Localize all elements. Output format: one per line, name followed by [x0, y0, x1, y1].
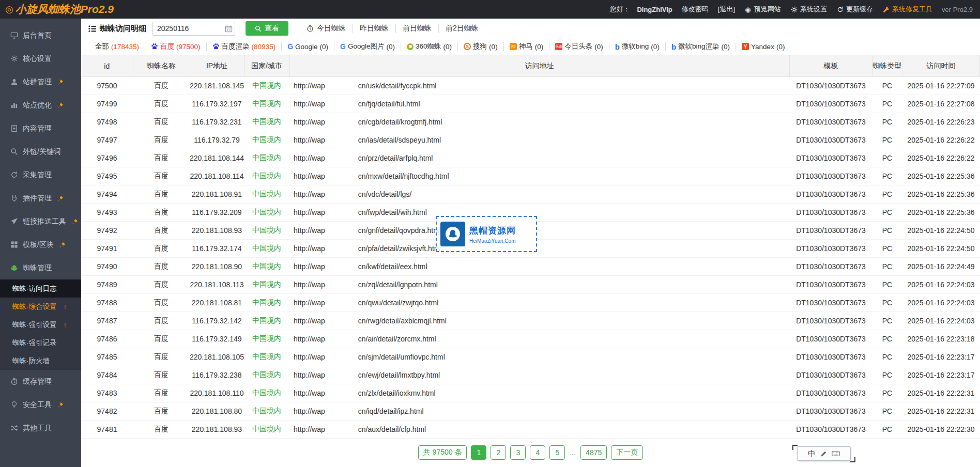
filter-item[interactable]: G Google图片 (0) [334, 42, 401, 51]
list-icon [88, 25, 96, 33]
sidebar-item[interactable]: 安全工具 [0, 393, 81, 416]
cell-id: 97482 [81, 402, 133, 421]
cell-ip: 116.179.32.79 [190, 131, 244, 149]
sidebar-item[interactable]: 后台首页 [0, 24, 81, 47]
change-password-link[interactable]: 修改密码 [682, 5, 709, 14]
sidebar-item-label: 蜘蛛·强引记录 [12, 338, 57, 348]
shuffle-icon [10, 424, 18, 432]
sidebar-item[interactable]: 链接推送工具 [0, 210, 81, 233]
filter-item[interactable]: b 微软bing (0) [609, 42, 665, 51]
date-input[interactable] [152, 22, 235, 36]
page-button[interactable]: 3 [510, 445, 526, 460]
sidebar-item[interactable]: 核心设置 [0, 47, 81, 70]
sidebar-item[interactable]: 站群管理 [0, 70, 81, 94]
view-button[interactable]: 查看 [246, 21, 288, 36]
quick-link[interactable]: 前2日蜘蛛 [438, 24, 485, 33]
cell-spider-type: PC [872, 421, 902, 439]
sidebar-item[interactable]: 缓存管理 [0, 370, 81, 393]
repair-tool-link[interactable]: 系统修复工具 [882, 5, 932, 14]
sidebar-item[interactable]: 其他工具 [0, 416, 81, 440]
censored-domain [325, 245, 358, 253]
cell-spider-type: PC [872, 402, 902, 421]
cell-visit-time: 2025-01-16 22:22:31 [902, 402, 980, 421]
filter-item[interactable]: 360蜘蛛 (0) [401, 42, 457, 51]
cell-ip: 220.181.108.110 [190, 384, 244, 402]
pen-icon[interactable] [820, 450, 827, 457]
cell-ip: 220.181.108.144 [190, 149, 244, 167]
cell-country: 中国境内 [244, 258, 289, 276]
sidebar-item[interactable]: 蜘蛛·综合设置 ↑ [0, 298, 81, 316]
sidebar-item[interactable]: 模板/区块 [0, 233, 81, 256]
cell-spider-type: PC [872, 348, 902, 366]
calendar-icon[interactable] [225, 25, 233, 33]
sidebar-item[interactable]: 蜘蛛·强引记录 [0, 334, 81, 352]
refresh-cache-link[interactable]: 更新缓存 [836, 5, 873, 14]
pin-icon [57, 102, 64, 108]
sidebar-item[interactable]: 蜘蛛·访问日志 [0, 279, 81, 298]
system-settings-link[interactable]: 系统设置 [790, 5, 827, 14]
filter-item[interactable]: G Google (0) [281, 42, 334, 51]
page-button[interactable]: 1 [471, 445, 486, 460]
quick-link[interactable]: 昨日蜘蛛 [353, 24, 395, 33]
toutiao-icon: 头条 [555, 43, 562, 50]
page-button[interactable]: 下一页 [611, 445, 643, 460]
sidebar-item-label: 外链/关键词 [23, 147, 61, 157]
pin-icon [57, 195, 64, 201]
filter-item[interactable]: 百度渲染 (80935) [206, 42, 282, 51]
filter-item[interactable]: Y Yandex (0) [736, 43, 790, 51]
cell-spider-name: 百度 [133, 330, 190, 348]
cell-visit-time: 2025-01-16 22:22:31 [902, 384, 980, 402]
cell-spider-name: 百度 [133, 77, 190, 95]
cell-url: http://wapcn/aux/detail/cfp.html [289, 421, 790, 439]
grid-icon [10, 241, 18, 249]
page-button[interactable]: 4875 [580, 445, 607, 460]
ime-language-toggle[interactable]: 中 [808, 449, 816, 459]
sidebar-item[interactable]: 蜘蛛·防火墙 [0, 352, 81, 370]
sidebar-item[interactable]: 外链/关键词 [0, 140, 81, 163]
filter-item[interactable]: b 微软bing渲染 (0) [665, 42, 736, 51]
cell-spider-type: PC [872, 330, 902, 348]
censored-domain [325, 336, 358, 343]
page-button[interactable]: ... [569, 445, 576, 460]
cell-url: http://wapcn/zlx/detail/ioxkmv.html [289, 384, 790, 402]
cell-spider-name: 百度 [133, 348, 190, 366]
cell-spider-name: 百度 [133, 258, 190, 276]
censored-domain [325, 209, 358, 216]
sidebar-item[interactable]: 内容管理 [0, 117, 81, 140]
cell-url: http://wapcn/sjm/detail/umfiovpc.html [289, 348, 790, 366]
filter-item[interactable]: 头条 今日头条 (0) [549, 42, 609, 51]
filter-item[interactable]: 百度 (97500) [145, 42, 206, 51]
sidebar-item-label: 内容管理 [23, 124, 52, 133]
cell-template: DT1030/1030DT3673 [790, 330, 872, 348]
cell-spider-name: 百度 [133, 421, 190, 439]
sidebar-item[interactable]: 站点优化 [0, 94, 81, 117]
keyboard-icon[interactable] [832, 450, 840, 457]
cell-url: http://wapcn/kwf/detail/eex.html [289, 258, 790, 276]
app-logo-icon: ◎ [5, 4, 13, 15]
column-header: 国家/城市 [244, 55, 289, 77]
page-button[interactable]: 2 [491, 445, 506, 460]
filter-item[interactable]: 神 神马 (0) [503, 42, 549, 51]
cell-url: http://wapcn/fwp/detail/wih.html [289, 204, 790, 222]
cell-url: http://wapcn/mxw/detail/njftocdhg.html [289, 167, 790, 185]
ime-toolbar[interactable]: 中 [797, 446, 851, 461]
logout-link[interactable]: [退出] [718, 5, 735, 14]
sidebar-item[interactable]: 蜘蛛管理 [0, 256, 81, 279]
sidebar-item[interactable]: 采集管理 [0, 163, 81, 186]
filter-item[interactable]: S 搜狗 (0) [457, 42, 503, 51]
page-button[interactable]: 5 [549, 445, 565, 460]
page-button[interactable]: 4 [530, 445, 545, 460]
quick-link[interactable]: 前日蜘蛛 [395, 24, 438, 33]
sidebar-item[interactable]: 插件管理 [0, 186, 81, 210]
cell-ip: 116.179.32.142 [190, 312, 244, 330]
filter-item[interactable]: 全部 (178435) [89, 42, 145, 51]
table-row: 97495 百度 220.181.108.114 中国境内 http://wap… [81, 167, 980, 185]
column-header: IP地址 [190, 55, 244, 77]
watermark-subtitle: HeiMaoZiYuan.Com [469, 238, 516, 244]
preview-site-link[interactable]: ◉ 预览网站 [744, 5, 781, 14]
cell-ip: 220.181.108.91 [190, 185, 244, 204]
quick-link[interactable]: 今日蜘蛛 [300, 24, 353, 33]
cell-id: 97498 [81, 113, 133, 131]
sidebar-item[interactable]: 蜘蛛·强引设置 ↑ [0, 316, 81, 334]
cell-spider-name: 百度 [133, 222, 190, 240]
